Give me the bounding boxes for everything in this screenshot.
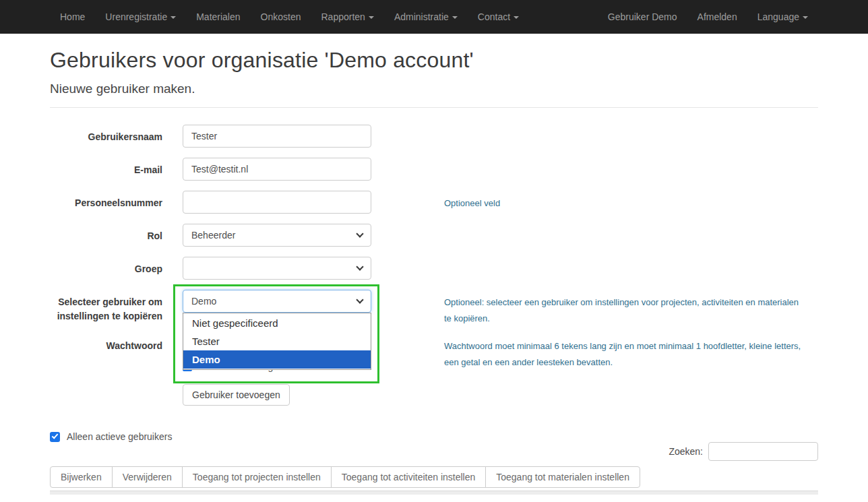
chevron-down-icon — [356, 230, 363, 237]
chevron-down-icon — [356, 296, 363, 303]
dropdown-option-tester[interactable]: Tester — [183, 332, 371, 350]
copy-user-select-value: Demo — [191, 296, 216, 307]
nav-item-label: Home — [60, 11, 85, 22]
main-content: Gebruikers voor organisatie 'Demo accoun… — [40, 48, 828, 495]
nav-item-home[interactable]: Home — [50, 0, 95, 34]
delete-button[interactable]: Verwijderen — [112, 466, 183, 488]
group-select[interactable] — [183, 257, 371, 280]
active-only-label: Alleen actieve gebruikers — [67, 431, 172, 442]
nav-item-label: Urenregistratie — [105, 11, 167, 22]
personnel-note: Optioneel veld — [444, 191, 808, 214]
username-label: Gebruikersnaam — [50, 125, 162, 148]
group-control — [183, 257, 371, 280]
nav-item-contact[interactable]: Contact — [468, 0, 529, 34]
password-label: Wachtwoord — [50, 334, 162, 406]
search-input[interactable] — [708, 442, 818, 461]
navbar-left: Home Urenregistratie Materialen Onkosten… — [50, 0, 529, 34]
top-navbar: Home Urenregistratie Materialen Onkosten… — [0, 0, 868, 34]
project-access-button[interactable]: Toegang tot projecten instellen — [182, 466, 332, 488]
nav-item-label: Onkosten — [261, 11, 301, 22]
update-button[interactable]: Bijwerken — [50, 466, 113, 488]
list-action-buttons: Bijwerken Verwijderen Toegang tot projec… — [50, 466, 640, 488]
role-select[interactable]: Beheerder — [183, 224, 371, 247]
form-row-copy-user: Selecteer gebruiker om instellingen te k… — [50, 290, 818, 327]
copy-user-dropdown: Niet gespecificeerd Tester Demo — [183, 313, 371, 370]
nav-item-current-user[interactable]: Gebruiker Demo — [598, 0, 687, 34]
caret-down-icon — [514, 16, 519, 19]
nav-item-label: Materialen — [196, 11, 240, 22]
dropdown-option-demo[interactable]: Demo — [183, 350, 371, 369]
nav-item-label: Administratie — [394, 11, 449, 22]
username-input[interactable] — [183, 125, 371, 148]
navbar-right: Gebruiker Demo Afmelden Language — [598, 0, 818, 34]
personnel-label: Personeelsnummer — [50, 191, 162, 214]
nav-item-urenregistratie[interactable]: Urenregistratie — [95, 0, 186, 34]
page-header: Gebruikers voor organisatie 'Demo accoun… — [50, 48, 818, 108]
nav-item-label: Gebruiker Demo — [608, 11, 677, 22]
caret-down-icon — [803, 16, 808, 19]
page-title: Gebruikers voor organisatie 'Demo accoun… — [50, 48, 818, 73]
add-user-button[interactable]: Gebruiker toevoegen — [183, 384, 290, 406]
personnel-input[interactable] — [183, 191, 371, 214]
username-control — [183, 125, 371, 148]
copy-user-note: Optioneel: selecteer een gebruiker om in… — [444, 290, 808, 327]
user-list-controls: Alleen actieve gebruikers Zoeken: Bijwer… — [50, 431, 818, 495]
email-control — [183, 158, 371, 181]
password-note: Wachtwoord moet minimaal 6 tekens lang z… — [444, 334, 808, 406]
caret-down-icon — [452, 16, 458, 19]
chevron-down-icon — [356, 263, 363, 270]
nav-item-materialen[interactable]: Materialen — [186, 0, 250, 34]
personnel-control — [183, 191, 371, 214]
page-subtitle: Nieuwe gebruiker maken. — [50, 82, 818, 96]
nav-item-onkosten[interactable]: Onkosten — [251, 0, 311, 34]
dropdown-option-niet-gespecificeerd[interactable]: Niet gespecificeerd — [183, 314, 371, 332]
role-control: Beheerder — [183, 224, 371, 247]
role-label: Rol — [50, 224, 162, 247]
nav-item-administratie[interactable]: Administratie — [384, 0, 468, 34]
form-row-role: Rol Beheerder — [50, 224, 818, 247]
activity-access-button[interactable]: Toegang tot activiteiten instellen — [331, 466, 486, 488]
nav-item-label: Afmelden — [698, 11, 737, 22]
navbar-inner: Home Urenregistratie Materialen Onkosten… — [40, 0, 828, 34]
caret-down-icon — [369, 16, 374, 19]
nav-item-language[interactable]: Language — [747, 0, 818, 34]
active-only-row: Alleen actieve gebruikers — [50, 431, 818, 442]
group-label: Groep — [50, 257, 162, 280]
copy-user-label: Selecteer gebruiker om instellingen te k… — [50, 290, 162, 327]
new-user-form: Gebruikersnaam E-mail Personeelsnummer O… — [50, 125, 818, 406]
search-label: Zoeken: — [669, 446, 703, 457]
nav-item-logout[interactable]: Afmelden — [687, 0, 747, 34]
users-table-header-edge — [50, 491, 818, 495]
copy-user-control: Demo Niet gespecificeerd Tester Demo — [183, 290, 371, 327]
email-label: E-mail — [50, 158, 162, 181]
email-input[interactable] — [183, 158, 371, 181]
nav-item-label: Rapporten — [321, 11, 365, 22]
search-row: Zoeken: — [669, 442, 818, 461]
caret-down-icon — [170, 16, 176, 19]
role-select-value: Beheerder — [191, 230, 235, 241]
form-row-email: E-mail — [50, 158, 818, 181]
nav-item-label: Language — [757, 11, 799, 22]
nav-item-rapporten[interactable]: Rapporten — [311, 0, 384, 34]
active-only-checkbox[interactable] — [50, 432, 60, 442]
form-row-group: Groep — [50, 257, 818, 280]
form-row-password: Wachtwoord Wachtwoord weergeven Gebruike… — [50, 334, 818, 406]
copy-user-select[interactable]: Demo — [183, 290, 371, 313]
form-row-username: Gebruikersnaam — [50, 125, 818, 148]
nav-item-label: Contact — [478, 11, 510, 22]
material-access-button[interactable]: Toegang tot materialen instellen — [485, 466, 640, 488]
form-row-personnel: Personeelsnummer Optioneel veld — [50, 191, 818, 214]
